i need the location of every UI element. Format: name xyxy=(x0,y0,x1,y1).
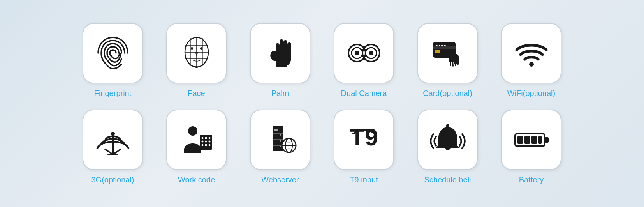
card-icon: CARD xyxy=(428,34,467,73)
feature-battery: Battery xyxy=(501,110,561,184)
dual-camera-icon-box xyxy=(334,23,394,83)
face-icon-box xyxy=(166,23,227,83)
svg-point-17 xyxy=(369,51,373,55)
webserver-icon xyxy=(261,120,300,159)
t9-label: T9 input xyxy=(350,175,378,184)
feature-webserver: Webserver xyxy=(250,110,310,184)
palm-icon-box xyxy=(250,23,310,83)
svg-rect-20 xyxy=(435,50,440,53)
feature-face: Face xyxy=(166,23,227,98)
svg-point-28 xyxy=(188,126,197,136)
face-label: Face xyxy=(188,89,205,98)
3g-label: 3G(optional) xyxy=(91,175,134,184)
feature-palm: Palm xyxy=(250,23,310,98)
svg-point-34 xyxy=(205,141,207,143)
svg-rect-40 xyxy=(274,129,278,131)
feature-dual-camera: Dual Camera xyxy=(334,23,394,98)
svg-rect-55 xyxy=(517,136,523,144)
svg-point-10 xyxy=(200,47,202,50)
svg-point-33 xyxy=(201,141,203,143)
svg-rect-56 xyxy=(524,136,530,144)
t9-icon-box: T9 xyxy=(334,110,394,170)
svg-rect-52 xyxy=(446,124,449,128)
palm-icon xyxy=(261,34,300,73)
webserver-icon-box xyxy=(250,110,310,170)
svg-rect-57 xyxy=(531,136,537,144)
svg-point-30 xyxy=(201,137,203,139)
svg-point-38 xyxy=(208,144,210,146)
feature-work-code: Work code xyxy=(166,110,227,184)
svg-point-37 xyxy=(205,144,207,146)
feature-card: CARD Card(optional) xyxy=(417,23,478,98)
face-icon xyxy=(177,34,216,73)
schedule-bell-icon xyxy=(428,120,467,159)
svg-point-9 xyxy=(191,47,193,50)
feature-wifi: WiFi(optional) xyxy=(501,23,561,98)
3g-icon xyxy=(93,120,132,159)
battery-label: Battery xyxy=(519,175,544,184)
fingerprint-icon-box xyxy=(83,23,143,83)
t9-icon: T9 xyxy=(345,120,384,159)
svg-point-46 xyxy=(280,146,281,147)
fingerprint-icon xyxy=(93,34,132,73)
battery-icon xyxy=(512,120,551,159)
svg-point-27 xyxy=(111,132,115,136)
svg-rect-54 xyxy=(545,137,549,143)
work-code-icon-box xyxy=(166,110,227,170)
svg-point-14 xyxy=(355,51,359,55)
wifi-icon xyxy=(512,34,551,73)
svg-rect-21 xyxy=(433,46,456,49)
feature-schedule-bell: Schedule bell xyxy=(417,110,478,184)
wifi-icon-box xyxy=(501,23,561,83)
svg-point-32 xyxy=(208,137,210,139)
svg-point-31 xyxy=(205,137,207,139)
schedule-bell-label: Schedule bell xyxy=(424,175,471,184)
dual-camera-label: Dual Camera xyxy=(341,89,387,98)
feature-3g: 3G(optional) xyxy=(83,110,143,184)
features-grid: Fingerprint xyxy=(59,11,585,196)
card-label: Card(optional) xyxy=(423,89,472,98)
work-code-label: Work code xyxy=(178,175,215,184)
wifi-label: WiFi(optional) xyxy=(507,89,555,98)
svg-point-36 xyxy=(201,144,203,146)
card-icon-box: CARD xyxy=(417,23,478,83)
battery-icon-box xyxy=(501,110,561,170)
svg-rect-58 xyxy=(538,136,542,144)
svg-point-44 xyxy=(280,134,281,136)
3g-icon-box xyxy=(83,110,143,170)
svg-point-11 xyxy=(195,66,198,68)
svg-point-45 xyxy=(280,140,281,142)
webserver-label: Webserver xyxy=(261,175,299,184)
feature-fingerprint: Fingerprint xyxy=(83,23,143,98)
svg-point-35 xyxy=(208,141,210,143)
svg-text:T9: T9 xyxy=(350,124,378,150)
fingerprint-label: Fingerprint xyxy=(94,89,132,98)
palm-label: Palm xyxy=(271,89,289,98)
schedule-bell-icon-box xyxy=(417,110,478,170)
work-code-icon xyxy=(177,120,216,159)
feature-t9: T9 T9 input xyxy=(334,110,394,184)
svg-point-22 xyxy=(529,62,534,67)
dual-camera-icon xyxy=(345,34,384,73)
svg-point-7 xyxy=(196,37,197,38)
